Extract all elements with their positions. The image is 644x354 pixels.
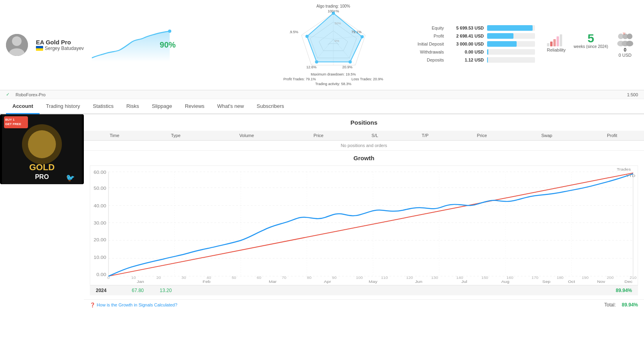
rel-bar-1 [547,43,549,46]
svg-point-17 [315,60,318,64]
svg-text:GET FREE: GET FREE [5,122,22,126]
deposits-value: 1.12 USD [447,58,487,62]
svg-text:Jul: Jul [462,279,468,284]
svg-text:30.00: 30.00 [94,221,107,225]
growth-chart-svg: 60.00 50.00 40.00 30.00 20.00 10.00 0.00 [90,166,638,285]
tab-risks[interactable]: Risks [120,99,146,114]
svg-text:170: 170 [531,276,538,280]
positions-growth-area: Positions Time Type Volume Price S/L T/P… [84,114,644,310]
radar-section: Algo trading: 100% [279,4,387,86]
initial-value: 3 000.00 USD [447,42,487,46]
profit-trades-label: Profit Trades: 79.1% [283,77,316,81]
initial-bar [487,41,517,47]
svg-text:0: 0 [623,32,625,35]
rel-bar-5 [560,34,562,46]
empty-row: No positions and orders [84,141,644,151]
tab-trading-history[interactable]: Trading history [40,99,87,114]
tab-reviews[interactable]: Reviews [178,99,211,114]
growth-chart: 60.00 50.00 40.00 30.00 20.00 10.00 0.00 [90,165,638,285]
profile-info: EA Gold Pro Sergey Batudayev [36,39,84,51]
deposits-row: Deposits 1.12 USD [399,57,535,63]
how-calculated-link[interactable]: ❓ How is the Growth in Signals Calculate… [90,302,177,308]
broker-check-icon: ✓ [6,92,10,97]
col-price: Price [287,131,350,141]
profile-country: Sergey Batudayev [36,46,84,51]
rel-bar-2 [550,42,553,46]
svg-text:20.9%: 20.9% [342,65,353,69]
svg-text:Dec: Dec [624,279,633,284]
svg-line-65 [109,173,633,276]
svg-text:Jun: Jun [415,279,422,284]
svg-text:20.00: 20.00 [94,237,107,242]
svg-text:Nov: Nov [597,279,605,284]
profit-label: Profit [399,34,447,38]
question-icon: ❓ [90,302,95,307]
initial-label: Initial Deposit [399,42,447,46]
deposits-bar-container [487,57,535,63]
svg-text:Aug: Aug [501,279,509,284]
svg-text:70: 70 [282,276,286,280]
svg-text:110: 110 [381,276,388,280]
header: EA Gold Pro Sergey Batudayev 90% Algo tr… [0,0,644,90]
col-swap: Swap [513,131,580,141]
growth-percent: 90% [160,40,176,50]
withdrawals-label: Withdrawals [399,50,447,54]
tab-subscribers[interactable]: Subscribers [250,99,291,114]
svg-text:140: 140 [456,276,463,280]
svg-text:150: 150 [482,276,488,280]
positions-title: Positions [84,114,644,131]
reliability-bars [547,32,566,46]
svg-text:60.00: 60.00 [94,170,107,175]
col-sl: S/L [350,131,400,141]
tab-account[interactable]: Account [6,99,40,114]
svg-text:Sep: Sep [542,279,550,284]
weeks-count: 5 [574,32,608,44]
positions-table: Time Type Volume Price S/L T/P Price Swa… [84,131,644,151]
year-label: 2024 [96,288,120,293]
svg-text:12.6%: 12.6% [306,65,317,69]
max-drawdown-label: Maximum drawdown: 19.5% [311,72,356,76]
ad-sidebar: BUY 1 GET FREE GOLD PRO 🐦 [0,114,84,310]
initial-bar-container [487,41,535,47]
loss-trades-label: Loss Trades: 20.9% [351,77,383,81]
col-tp: T/P [400,131,450,141]
svg-text:40: 40 [206,276,211,280]
leverage: 1:500 [627,92,638,97]
svg-text:50.00: 50.00 [94,185,107,190]
sub-amount: 0 USD [616,53,634,58]
svg-text:PRO: PRO [35,173,49,180]
empty-message: No positions and orders [84,141,644,151]
profit-bar-container [487,33,535,39]
svg-text:19.5%: 19.5% [289,30,298,34]
svg-text:190: 190 [582,276,589,280]
rel-bar-3 [553,39,556,46]
subscribers-block: 0 0 0 USD [616,32,634,58]
svg-text:210: 210 [630,276,636,280]
col-price2: Price [450,131,513,141]
svg-point-1 [12,36,22,46]
svg-text:0%: 0% [335,39,339,43]
svg-text:120: 120 [406,276,413,280]
col-time: Time [84,131,145,141]
ad-svg: BUY 1 GET FREE GOLD PRO 🐦 [2,114,82,184]
broker-bar: ✓ RoboForex-Pro 1:500 [0,90,644,99]
svg-text:60: 60 [257,276,261,280]
tab-slippage[interactable]: Slippage [145,99,178,114]
equity-row: Equity 5 699.53 USD [399,25,535,31]
svg-text:YTD: YTD [626,173,635,178]
svg-text:80: 80 [307,276,311,280]
tab-whats-new[interactable]: What's new [211,99,250,114]
sub-count: 0 [616,47,634,53]
svg-text:Apr: Apr [324,279,331,284]
svg-point-38 [28,130,56,158]
svg-text:130: 130 [431,276,438,280]
svg-text:GOLD: GOLD [29,162,55,172]
svg-text:0: 0 [107,276,110,280]
growth-section: Growth 60.00 50.00 40.00 30.00 20.00 10.… [84,151,644,299]
ad-image[interactable]: BUY 1 GET FREE GOLD PRO 🐦 [0,114,84,184]
svg-text:50%: 50% [335,22,341,25]
initial-row: Initial Deposit 3 000.00 USD [399,41,535,47]
svg-text:10: 10 [131,276,136,280]
right-info: Reliability 5 weeks (since 2024) [543,32,638,58]
tab-statistics[interactable]: Statistics [87,99,120,114]
